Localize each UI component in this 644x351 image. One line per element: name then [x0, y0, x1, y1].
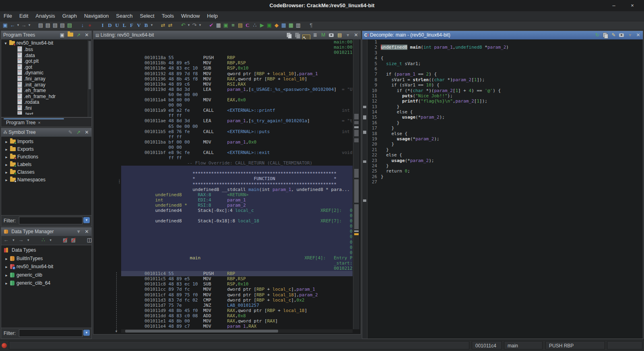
dtm-back-dropdown-icon[interactable]: ▾	[12, 236, 15, 244]
table-icon-2[interactable]: ▦	[288, 22, 294, 29]
patch-icon[interactable]: ◆	[273, 22, 280, 29]
expand-icon[interactable]: ▸	[4, 140, 9, 144]
dtm-filter-config-icon[interactable]: ▼	[83, 330, 90, 336]
forward-icon[interactable]: →	[21, 22, 27, 29]
menu-help[interactable]: Help	[203, 11, 221, 21]
expand-icon[interactable]: ▸	[4, 281, 9, 285]
field-header-icon[interactable]: ≣	[312, 31, 318, 39]
expand-icon[interactable]: ▸	[4, 147, 9, 152]
tree-item-fini[interactable]: .fini	[1, 105, 88, 111]
goto-icon[interactable]: ↓	[79, 22, 86, 29]
open-folder-icon[interactable]	[67, 31, 74, 39]
dtm-forward-icon[interactable]: →	[18, 236, 24, 244]
format-D-icon[interactable]: D	[107, 22, 113, 29]
dtm-back-icon[interactable]: ←	[3, 236, 9, 244]
symbol-tree-item-exports[interactable]: ▸Exports	[1, 146, 91, 153]
tree-item-text[interactable]: .text	[1, 111, 88, 115]
undo-icon[interactable]: ↶	[180, 22, 186, 29]
dtm-close-icon[interactable]: ✕	[83, 228, 90, 236]
expand-icon[interactable]: ▸	[4, 162, 9, 167]
menu-tools[interactable]: Tools	[158, 11, 178, 21]
symbol-tree-item-functions[interactable]: ▸Functions	[1, 153, 91, 161]
format-dropdown-icon[interactable]: ▾	[150, 22, 153, 29]
symbol-tree-close-icon[interactable]: ✕	[83, 128, 90, 137]
chart-icon[interactable]: ▥	[295, 22, 301, 29]
listing-hscrollbar[interactable]	[121, 329, 353, 333]
symbol-tree-item-imports[interactable]: ▸Imports	[1, 138, 91, 146]
collapse-icon[interactable]: ▾	[3, 41, 8, 45]
dtm-filter-pointers-icon[interactable]: ▤	[70, 236, 76, 244]
format-V-icon[interactable]: V	[136, 22, 142, 29]
listing-close-icon[interactable]: ✕	[353, 31, 359, 39]
swap-view-icon-2[interactable]: ⇄	[167, 22, 173, 29]
decompile-dropdown-icon[interactable]: ▾	[627, 31, 634, 39]
copy-icon[interactable]	[286, 31, 293, 39]
close-button[interactable]: ×	[626, 2, 638, 10]
redo-icon[interactable]: ↷	[191, 22, 198, 29]
dtm-item-rev50_linux64-bit[interactable]: ▸✔rev50_linux64-bit	[1, 263, 91, 271]
run-icon[interactable]: ▶	[259, 22, 265, 29]
tree-item-rodata[interactable]: .rodata	[1, 99, 88, 105]
expand-icon[interactable]: ▸	[4, 170, 9, 174]
tab-close-icon[interactable]: ×	[38, 120, 40, 125]
format-F-icon[interactable]: F	[128, 22, 135, 29]
format-U-icon[interactable]: U	[114, 22, 120, 29]
program-trees-header[interactable]: Program Trees ▣ ↗ ✕	[1, 31, 91, 39]
tree-item-bss[interactable]: .bss	[1, 46, 88, 52]
call-graph-icon[interactable]: ∴	[252, 22, 258, 29]
tree-item-root[interactable]: ▾rev50_linux64-bit	[1, 40, 88, 46]
edit-symbol-icon[interactable]: ✎	[67, 128, 74, 137]
margin-drag-handle[interactable]: ⋮⋮	[118, 180, 121, 183]
program-trees-close-icon[interactable]: ✕	[83, 31, 90, 39]
decompile-marker-strip[interactable]	[362, 39, 367, 339]
menu-window[interactable]: Window	[178, 11, 203, 21]
decompile-close-icon[interactable]: ✕	[635, 31, 642, 39]
page-icon-2[interactable]: ▤	[45, 22, 51, 29]
dtm-item-builtintypes[interactable]: ▸BuiltInTypes	[1, 255, 91, 263]
microphone-icon[interactable]: ¶	[308, 22, 314, 29]
decompile-snapshot-icon[interactable]	[618, 31, 625, 39]
symbol-filter-input[interactable]	[19, 217, 83, 224]
dtm-item-generic_clib[interactable]: ▸generic_clib	[1, 271, 91, 279]
tree-item-init_array[interactable]: .init_array	[1, 82, 88, 88]
listing-code[interactable]: main:00101 main:00101 00102110(*0010118a…	[121, 39, 353, 328]
ghidra-dragon-icon[interactable]	[2, 343, 7, 348]
menu-analysis[interactable]: Analysis	[32, 11, 58, 21]
expand-icon[interactable]: ▸	[4, 265, 9, 269]
forward-dropdown-icon[interactable]: ▾	[28, 22, 31, 29]
goto-external-icon[interactable]: ↗	[75, 128, 82, 137]
clear-icon[interactable]: ●	[87, 22, 93, 29]
menu-edit[interactable]: Edit	[16, 11, 32, 21]
menu-graph[interactable]: Graph	[59, 11, 80, 21]
symbol-tree-item-classes[interactable]: ▸Classes	[1, 168, 91, 176]
insert-icon[interactable]: ▣	[223, 22, 229, 29]
decompile-code[interactable]: 12undefined8 main(int param_1,undefined8…	[369, 39, 641, 337]
filter-config-icon[interactable]: ▼	[83, 217, 90, 223]
page-icon-1[interactable]: ▤	[37, 22, 44, 29]
tree-item-eh_frame_hdr[interactable]: .eh_frame_hdr	[1, 93, 88, 99]
tab-program-tree[interactable]: Program Tree×	[3, 120, 44, 125]
dtm-header[interactable]: Data Type Manager ▼ ✕	[1, 228, 91, 236]
menu-navigation[interactable]: Navigation	[80, 11, 112, 21]
dtm-filter-input[interactable]	[19, 329, 83, 337]
format-I-icon[interactable]: I	[99, 22, 106, 29]
page-export-icon[interactable]: ▤	[66, 22, 73, 29]
page-icon-4[interactable]: ▤	[59, 22, 66, 29]
tree-item-got[interactable]: .got	[1, 64, 88, 70]
data-list-icon[interactable]: ≡	[230, 22, 236, 29]
tree-item-fini_array[interactable]: .fini_array	[1, 76, 88, 82]
redo-dropdown-icon[interactable]: ▾	[198, 22, 202, 29]
decompile-header[interactable]: Cf Decompile: main - (rev50_linux64-bit)…	[362, 31, 643, 39]
dtm-filter-arrays-icon[interactable]: ▤	[62, 236, 68, 244]
undo-dropdown-icon[interactable]: ▾	[187, 22, 190, 29]
snapshot-icon[interactable]	[328, 31, 335, 39]
symbol-tree-header[interactable]: ⁂ Symbol Tree ✎ ↗ ✕	[1, 128, 91, 137]
menu-search[interactable]: Search	[112, 11, 136, 21]
decompile-copy-icon[interactable]	[602, 31, 609, 39]
format-L-icon[interactable]: L	[121, 22, 128, 29]
format-B-icon[interactable]: B	[143, 22, 149, 29]
organize-tree-icon[interactable]: ↗	[75, 31, 82, 39]
table-icon-1[interactable]: ▦	[281, 22, 287, 29]
edit-signature-icon[interactable]: ✎	[610, 31, 617, 39]
dtm-forward-dropdown-icon[interactable]: ▾	[27, 236, 30, 244]
